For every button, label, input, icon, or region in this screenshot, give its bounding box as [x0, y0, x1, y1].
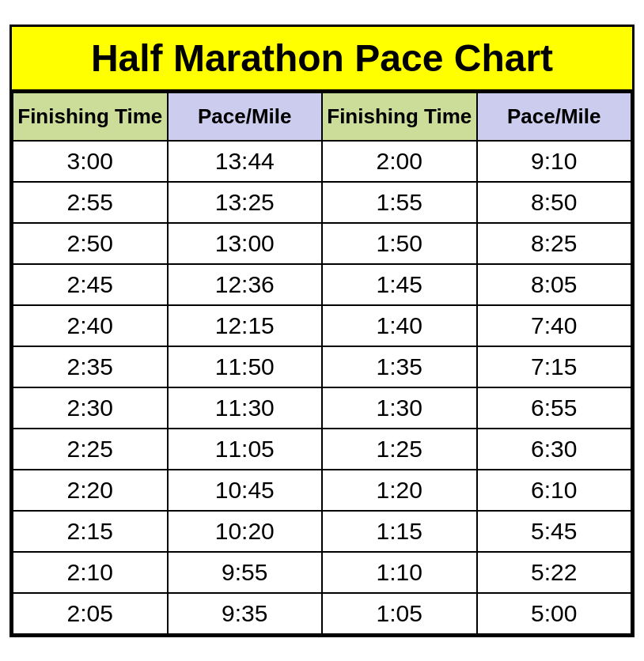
table-row: 2:2511:051:256:30	[13, 429, 631, 470]
pace-mile-left: 13:44	[168, 141, 323, 182]
finish-time-right: 1:10	[322, 552, 477, 593]
pace-mile-right: 6:55	[477, 387, 632, 429]
pace-mile-right: 8:05	[477, 264, 632, 305]
pace-mile-left: 13:25	[168, 182, 323, 223]
pace-mile-right: 5:00	[477, 593, 632, 634]
pace-mile-left: 9:55	[168, 552, 323, 593]
pace-mile-right: 8:25	[477, 223, 632, 264]
table-row: 2:3511:501:357:15	[13, 346, 631, 387]
finish-time-left: 2:15	[13, 511, 168, 552]
chart-container: Half Marathon Pace Chart Finishing Time …	[9, 25, 635, 637]
finish-time-left: 2:55	[13, 182, 168, 223]
pace-mile-left: 11:05	[168, 429, 323, 470]
header-finishing-time-1: Finishing Time	[13, 93, 168, 141]
table-row: 2:4012:151:407:40	[13, 305, 631, 346]
pace-mile-right: 8:50	[477, 182, 632, 223]
finish-time-right: 1:35	[322, 346, 477, 387]
chart-title: Half Marathon Pace Chart	[12, 27, 632, 92]
pace-mile-right: 5:22	[477, 552, 632, 593]
table-row: 2:5513:251:558:50	[13, 182, 631, 223]
header-pace-mile-2: Pace/Mile	[477, 93, 632, 141]
table-row: 2:2010:451:206:10	[13, 470, 631, 511]
pace-mile-left: 12:15	[168, 305, 323, 346]
finish-time-left: 2:20	[13, 470, 168, 511]
finish-time-left: 2:50	[13, 223, 168, 264]
finish-time-right: 1:55	[322, 182, 477, 223]
table-row: 2:109:551:105:22	[13, 552, 631, 593]
finish-time-left: 2:25	[13, 429, 168, 470]
finish-time-right: 1:40	[322, 305, 477, 346]
table-row: 2:3011:301:306:55	[13, 387, 631, 429]
finish-time-right: 1:15	[322, 511, 477, 552]
finish-time-left: 2:30	[13, 387, 168, 429]
pace-mile-right: 9:10	[477, 141, 632, 182]
finish-time-left: 2:05	[13, 593, 168, 634]
finish-time-right: 1:50	[322, 223, 477, 264]
table-row: 2:059:351:055:00	[13, 593, 631, 634]
finish-time-right: 1:45	[322, 264, 477, 305]
finish-time-left: 3:00	[13, 141, 168, 182]
table-row: 2:1510:201:155:45	[13, 511, 631, 552]
pace-mile-left: 10:20	[168, 511, 323, 552]
finish-time-right: 1:30	[322, 387, 477, 429]
finish-time-right: 1:20	[322, 470, 477, 511]
pace-mile-left: 12:36	[168, 264, 323, 305]
pace-mile-right: 7:15	[477, 346, 632, 387]
header-pace-mile-1: Pace/Mile	[168, 93, 323, 141]
pace-mile-left: 11:30	[168, 387, 323, 429]
finish-time-right: 1:05	[322, 593, 477, 634]
pace-mile-left: 10:45	[168, 470, 323, 511]
pace-mile-right: 6:10	[477, 470, 632, 511]
pace-mile-right: 7:40	[477, 305, 632, 346]
finish-time-left: 2:40	[13, 305, 168, 346]
pace-mile-left: 9:35	[168, 593, 323, 634]
finish-time-left: 2:10	[13, 552, 168, 593]
finish-time-right: 1:25	[322, 429, 477, 470]
table-row: 3:0013:442:009:10	[13, 141, 631, 182]
pace-mile-right: 6:30	[477, 429, 632, 470]
pace-mile-right: 5:45	[477, 511, 632, 552]
finish-time-left: 2:35	[13, 346, 168, 387]
finish-time-left: 2:45	[13, 264, 168, 305]
pace-mile-left: 11:50	[168, 346, 323, 387]
table-row: 2:5013:001:508:25	[13, 223, 631, 264]
finish-time-right: 2:00	[322, 141, 477, 182]
table-row: 2:4512:361:458:05	[13, 264, 631, 305]
pace-mile-left: 13:00	[168, 223, 323, 264]
pace-chart-table: Finishing Time Pace/Mile Finishing Time …	[12, 92, 632, 635]
header-finishing-time-2: Finishing Time	[322, 93, 477, 141]
